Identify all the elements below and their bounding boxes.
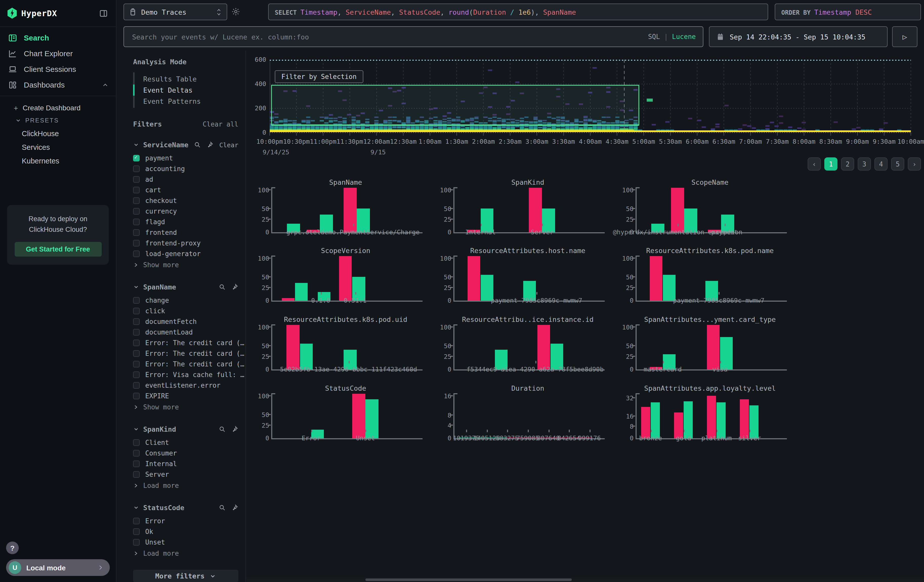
checkbox-unchecked[interactable] [133, 208, 140, 214]
bar-pink[interactable] [282, 298, 295, 301]
order-by-editor[interactable]: ORDER BY Timestamp DESC [775, 3, 921, 20]
bar-pink[interactable] [537, 325, 550, 369]
filter-checkbox-row[interactable]: change [133, 295, 238, 306]
checkbox-unchecked[interactable] [133, 297, 140, 303]
filter-checkbox-row[interactable]: Client [133, 437, 238, 448]
bar-pink[interactable] [529, 188, 542, 232]
sql-query-editor[interactable]: SELECT Timestamp, ServiceName, StatusCod… [268, 3, 768, 20]
sidebar-item-client-sessions[interactable]: Client Sessions [0, 61, 116, 77]
pagination-prev[interactable]: ‹ [808, 157, 821, 171]
search-icon[interactable] [219, 504, 226, 511]
bar-pink[interactable] [641, 407, 650, 438]
pagination-next[interactable]: › [908, 157, 921, 171]
filter-group-header-spankind[interactable]: SpanKind [133, 425, 238, 433]
bar-pink[interactable] [339, 256, 352, 301]
analysis-mode-event-deltas[interactable]: Event Deltas [135, 84, 238, 96]
pagination-page-5[interactable]: 5 [891, 157, 904, 171]
filter-checkbox-row[interactable]: ad [133, 174, 238, 185]
horizontal-scrollbar[interactable] [246, 577, 924, 582]
filter-checkbox-row[interactable]: frontend-proxy [133, 238, 238, 249]
filter-checkbox-row[interactable]: payment [133, 153, 238, 163]
presets-toggle[interactable]: PRESETS [0, 114, 116, 127]
filter-checkbox-row[interactable]: accounting [133, 163, 238, 174]
bar-pink[interactable] [287, 325, 300, 369]
pagination-page-1[interactable]: 1 [824, 157, 837, 171]
bar-pink[interactable] [707, 396, 716, 438]
bar-green[interactable] [684, 401, 693, 438]
bar-green[interactable] [650, 402, 660, 438]
checkbox-unchecked[interactable] [133, 439, 140, 446]
checkbox-unchecked[interactable] [133, 308, 140, 314]
filter-group-header-servicename[interactable]: ServiceNameClear [133, 141, 238, 149]
checkbox-unchecked[interactable] [133, 350, 140, 357]
filter-show-more[interactable]: Show more [133, 402, 238, 412]
checkbox-unchecked[interactable] [133, 329, 140, 336]
bar-green[interactable] [365, 399, 378, 438]
filter-group-clear[interactable]: Clear [219, 141, 238, 148]
filter-group-header-statuscode[interactable]: StatusCode [133, 504, 238, 512]
bar-green[interactable] [750, 406, 759, 438]
bar-pink[interactable] [352, 394, 365, 438]
checkbox-unchecked[interactable] [133, 165, 140, 172]
filter-checkbox-row[interactable]: EXPIRE [133, 391, 238, 401]
checkbox-unchecked[interactable] [133, 518, 140, 524]
run-query-button[interactable]: ▷ [892, 26, 917, 47]
filter-checkbox-row[interactable]: Error [133, 516, 238, 526]
filter-checkbox-row[interactable]: Unset [133, 537, 238, 547]
checkbox-unchecked[interactable] [133, 318, 140, 325]
pagination-page-2[interactable]: 2 [841, 157, 854, 171]
filter-checkbox-row[interactable]: Consumer [133, 448, 238, 458]
filter-checkbox-row[interactable]: load-generator [133, 249, 238, 259]
filter-checkbox-row[interactable]: Server [133, 469, 238, 480]
filter-checkbox-row[interactable]: checkout [133, 195, 238, 206]
filter-checkbox-row[interactable]: Internal [133, 458, 238, 469]
filter-checkbox-row[interactable]: frontend [133, 227, 238, 238]
bar-green[interactable] [720, 337, 733, 369]
filter-group-header-spanname[interactable]: SpanName [133, 283, 238, 291]
pin-icon[interactable] [231, 284, 238, 290]
events-heatmap[interactable]: Filter by Selection [270, 60, 911, 133]
filter-checkbox-row[interactable]: cart [133, 185, 238, 195]
analysis-mode-results-table[interactable]: Results Table [135, 73, 238, 84]
collapse-sidebar-icon[interactable] [99, 9, 108, 18]
filter-checkbox-row[interactable]: currency [133, 206, 238, 217]
filter-checkbox-row[interactable]: Error: Visa cache full: … [133, 369, 238, 380]
checkbox-unchecked[interactable] [133, 197, 140, 204]
filter-load-more[interactable]: Load more [133, 548, 238, 559]
preset-item-services[interactable]: Services [0, 140, 116, 154]
search-icon[interactable] [219, 425, 226, 433]
data-source-select[interactable]: Demo Traces [124, 3, 227, 20]
filter-checkbox-row[interactable]: Error: The credit card (… [133, 348, 238, 359]
filter-checkbox-row[interactable]: click [133, 306, 238, 316]
user-menu[interactable]: U Local mode [6, 559, 110, 576]
pin-icon[interactable] [231, 504, 238, 511]
bar-green[interactable] [716, 402, 726, 438]
checkbox-unchecked[interactable] [133, 371, 140, 378]
bar-pink[interactable] [650, 256, 662, 301]
sidebar-item-search[interactable]: Search [0, 30, 116, 46]
filter-checkbox-row[interactable]: Ok [133, 526, 238, 537]
checkbox-unchecked[interactable] [133, 450, 140, 457]
bar-pink[interactable] [343, 188, 356, 232]
filter-show-more[interactable]: Show more [133, 260, 238, 270]
filter-checkbox-row[interactable]: documentLoad [133, 327, 238, 338]
checkbox-unchecked[interactable] [133, 471, 140, 478]
pagination-page-4[interactable]: 4 [874, 157, 888, 171]
bar-pink[interactable] [467, 256, 480, 301]
pin-icon[interactable] [231, 425, 238, 433]
filter-load-more[interactable]: Load more [133, 480, 238, 491]
get-started-button[interactable]: Get Started for Free [15, 242, 101, 257]
filter-checkbox-row[interactable]: flagd [133, 217, 238, 227]
gear-icon[interactable] [231, 7, 240, 16]
filter-checkbox-row[interactable]: documentFetch [133, 316, 238, 327]
analysis-mode-event-patterns[interactable]: Event Patterns [135, 96, 238, 107]
checkbox-unchecked[interactable] [133, 251, 140, 257]
checkbox-unchecked[interactable] [133, 176, 140, 183]
search-icon[interactable] [194, 141, 201, 148]
checkbox-unchecked[interactable] [133, 382, 140, 389]
checkbox-unchecked[interactable] [133, 240, 140, 246]
search-input[interactable] [131, 32, 643, 41]
pin-icon[interactable] [207, 141, 214, 148]
clear-all-filters[interactable]: Clear all [203, 120, 238, 128]
more-filters-button[interactable]: More filters [133, 570, 238, 582]
